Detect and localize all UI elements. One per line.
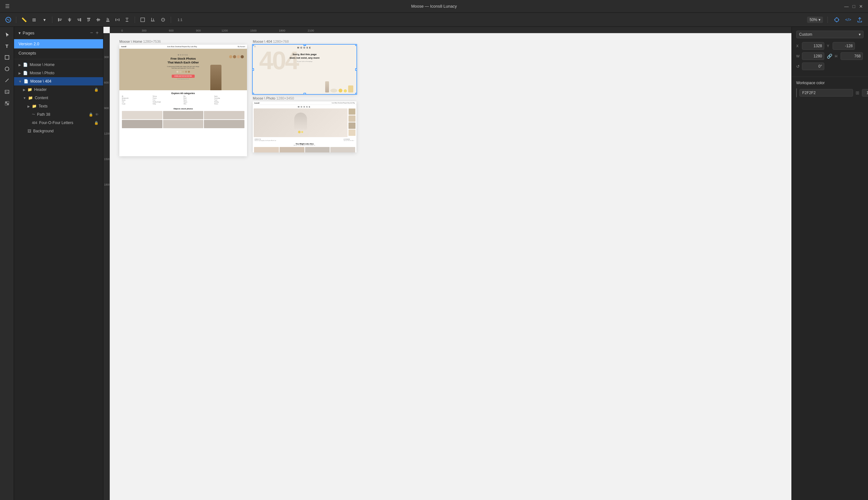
svg-rect-8 [77, 19, 80, 20]
code-icon[interactable]: </> [844, 15, 853, 24]
angle-field-group: ↺ [796, 62, 824, 70]
layer-moose-404[interactable]: ▼ 📄 Moose \ 404 [14, 77, 103, 86]
close-button[interactable]: ✕ [859, 4, 863, 9]
hamburger-icon[interactable]: ☰ [5, 3, 10, 9]
sel-handle-bc[interactable] [303, 93, 306, 94]
component-tool[interactable] [2, 98, 12, 109]
preset-dropdown[interactable]: Custom ▾ [796, 31, 864, 38]
line-tool[interactable] [2, 75, 12, 86]
artboard-moose-home[interactable]: Moose \ Home 1280×7536 Icons8 Icons Musi… [119, 39, 247, 156]
add-page-button[interactable]: + [96, 30, 99, 36]
cat-sports: Sports [214, 96, 245, 97]
home-hero-btn[interactable]: DOWNLOAD PHOTOS FOR FREE [172, 75, 194, 78]
cursor-tool[interactable] [2, 29, 12, 39]
angle-input[interactable] [802, 62, 824, 70]
move-handle[interactable]: ⠿ [254, 45, 256, 48]
minimize-button[interactable]: — [844, 4, 849, 9]
canvas-content[interactable]: Moose \ Home 1280×7536 Icons8 Icons Musi… [110, 33, 791, 500]
logo-icon[interactable] [4, 15, 13, 24]
collapse-arrow-content[interactable]: ▼ [23, 96, 26, 100]
x-input[interactable] [802, 42, 824, 50]
layer-moose-home[interactable]: ▶ 📄 Moose \ Home [14, 60, 103, 69]
grid-icon[interactable]: ⊞ [30, 15, 38, 24]
vruler-1500: 1500 [104, 158, 110, 161]
preset-dropdown-arrow: ▾ [859, 32, 861, 37]
distribute-v-icon[interactable] [123, 15, 132, 24]
distribute-h-icon[interactable] [113, 15, 122, 24]
opacity-pattern-icon[interactable]: ⊞ [856, 90, 859, 95]
svg-rect-39 [5, 103, 7, 105]
ruler-icon[interactable]: 📏 [20, 15, 29, 24]
zoom-control[interactable]: 50% ▾ [807, 16, 823, 23]
h-input[interactable] [841, 52, 863, 60]
align-bottom-icon[interactable] [103, 15, 112, 24]
page-item-concepts[interactable]: Concepts [14, 48, 103, 58]
pages-header: ▾ Pages − + [14, 27, 103, 39]
ellipse-tool[interactable] [2, 64, 12, 74]
rectangle-tool[interactable] [2, 52, 12, 62]
align-middle-icon[interactable] [94, 15, 103, 24]
text-tool[interactable]: T [2, 41, 12, 51]
layer-four-o-four[interactable]: 404 Four-O-Four Letters 🔒 [14, 118, 103, 127]
collapse-arrow-texts[interactable]: ▶ [27, 105, 30, 108]
collapse-arrow-moose-home[interactable]: ▶ [19, 63, 21, 67]
sel-handle-bl[interactable] [253, 93, 254, 94]
workspace-color-swatch[interactable] [796, 88, 797, 97]
share-icon[interactable] [855, 15, 864, 24]
sel-handle-br[interactable] [355, 93, 356, 94]
pages-title[interactable]: ▾ Pages [19, 31, 34, 35]
canvas-area[interactable]: 0 300 600 900 1200 1500 1800 2100 300 60… [103, 27, 791, 500]
artboard-label-moose-home: Moose \ Home 1280×7536 [119, 39, 247, 43]
lock-icon-header: 🔒 [94, 88, 99, 92]
404-lemon2 [344, 89, 347, 92]
photo-thumb-1 [122, 111, 163, 119]
svg-point-33 [5, 67, 9, 71]
align-center-h-icon[interactable] [65, 15, 74, 24]
artboard-frame-moose-home[interactable]: Icons8 Icons Music Download Request Buy … [119, 45, 247, 156]
collapse-arrow-moose-photo[interactable]: ▶ [19, 71, 21, 75]
align-right-icon[interactable] [75, 15, 84, 24]
image-tool[interactable] [2, 87, 12, 97]
page-item-version2[interactable]: Version 2.0 [14, 39, 103, 48]
workspace-color-hex[interactable] [799, 89, 853, 96]
artboard-frame-moose-404[interactable]: 404 MOOSE Sorry, But this pagedoes not e… [253, 45, 356, 94]
crosshair-icon[interactable] [832, 15, 841, 24]
artboard-moose-photo[interactable]: Moose \ Photo 1280×3450 Icons8 Icons Mus… [253, 96, 356, 152]
layer-path38[interactable]: 〜 Path 38 🔒 👁 [14, 110, 103, 118]
layer-moose-photo[interactable]: ▶ 📄 Moose \ Photo [14, 69, 103, 77]
layer-header[interactable]: ▶ 📁 Header 🔒 [14, 86, 103, 94]
layer-content[interactable]: ▼ 📁 Content [14, 94, 103, 102]
link-proportions-icon[interactable]: 🔗 [827, 54, 832, 59]
layer-background[interactable]: 🖼 Background [14, 127, 103, 135]
align-top-icon[interactable] [84, 15, 93, 24]
maximize-button[interactable]: □ [853, 4, 855, 9]
404-bottle [325, 81, 329, 92]
workspace-color-row: ⊞ [796, 88, 864, 97]
sel-handle-ml[interactable] [253, 68, 254, 71]
ratio-button[interactable]: 1:1 [174, 15, 186, 24]
w-input[interactable] [802, 52, 824, 60]
grid-chevron[interactable]: ▾ [40, 15, 49, 24]
y-input[interactable] [833, 42, 855, 50]
home-hero-title: Free Stock PhotosThat Match Each Other [168, 57, 199, 65]
collapse-arrow-header[interactable]: ▶ [23, 88, 25, 91]
align-left-icon[interactable] [56, 15, 65, 24]
sel-handle-tr[interactable] [355, 45, 356, 46]
collapse-arrow-moose-404[interactable]: ▼ [19, 80, 22, 83]
frame-icon[interactable] [138, 15, 147, 24]
workspace-color-opacity[interactable] [862, 89, 868, 96]
remove-page-button[interactable]: − [90, 30, 93, 36]
svg-rect-16 [106, 21, 110, 22]
layers-list: ▶ 📄 Moose \ Home ▶ 📄 Moose \ Photo ▼ 📄 M… [14, 60, 103, 500]
artboard-frame-moose-photo[interactable]: Icons8 Icons Music Download Request Buy … [253, 101, 356, 152]
cat-objects: Objects [183, 101, 214, 103]
crop-icon[interactable] [148, 15, 157, 24]
mask-icon[interactable] [159, 15, 168, 24]
layer-texts[interactable]: ▶ 📁 Texts [14, 102, 103, 110]
photo-thumb-3 [204, 111, 244, 119]
sel-handle-mr[interactable] [355, 68, 356, 71]
svg-rect-20 [119, 19, 119, 21]
toolbar-separator-5 [827, 16, 828, 23]
artboard-moose-404[interactable]: Moose \ 404 1280×768 404 [253, 39, 356, 94]
zoom-value: 50% [810, 18, 817, 22]
